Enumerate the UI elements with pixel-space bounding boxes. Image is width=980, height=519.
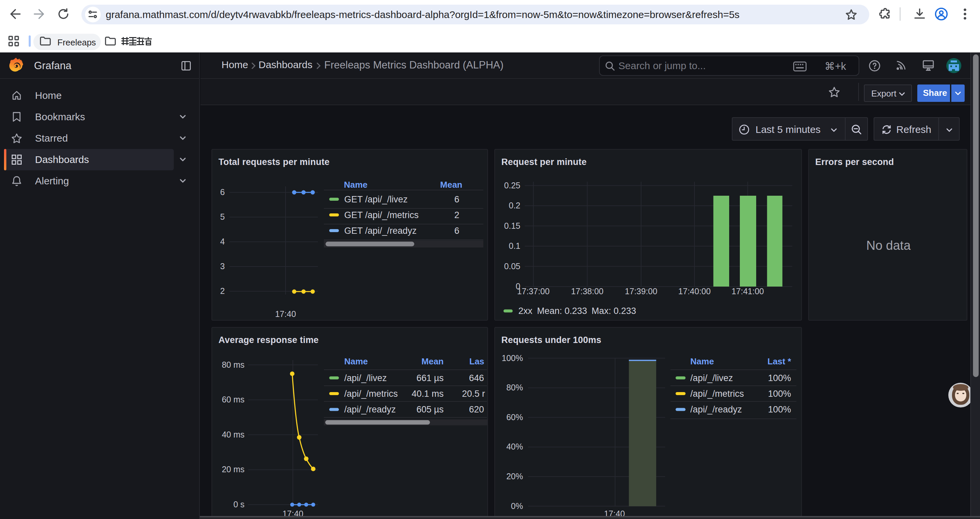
svg-text:5: 5 — [220, 212, 225, 222]
svg-text:20 ms: 20 ms — [222, 465, 245, 474]
svg-text:/api/_/livez: /api/_/livez — [690, 373, 733, 383]
svg-text:100%: 100% — [768, 389, 791, 399]
svg-text:40%: 40% — [506, 442, 523, 451]
svg-text:/api/_/livez: /api/_/livez — [344, 373, 387, 383]
svg-text:620: 620 — [469, 404, 484, 414]
svg-text:Name: Name — [690, 356, 714, 366]
svg-text:17:40: 17:40 — [275, 309, 296, 319]
svg-text:/api/_/readyz: /api/_/readyz — [344, 404, 396, 414]
svg-text:0.1: 0.1 — [509, 241, 520, 251]
svg-text:GET /api/_/livez: GET /api/_/livez — [344, 194, 407, 204]
svg-text:/api/_/metrics: /api/_/metrics — [690, 389, 744, 399]
svg-text:20.5 r: 20.5 r — [462, 389, 485, 399]
svg-text:80%: 80% — [506, 383, 523, 392]
svg-text:0.25: 0.25 — [504, 181, 520, 190]
svg-text:Name: Name — [344, 180, 368, 190]
svg-text:Mean: Mean — [440, 180, 462, 190]
svg-text:80 ms: 80 ms — [222, 360, 245, 369]
svg-text:0.05: 0.05 — [504, 262, 520, 271]
svg-text:17:40:00: 17:40:00 — [678, 287, 711, 296]
svg-text:17:41:00: 17:41:00 — [732, 287, 764, 296]
svg-text:6: 6 — [454, 194, 459, 204]
svg-text:40.1 ms: 40.1 ms — [412, 389, 444, 399]
svg-text:2: 2 — [220, 286, 225, 295]
svg-text:100%: 100% — [502, 353, 523, 363]
svg-text:17:38:00: 17:38:00 — [571, 287, 603, 296]
svg-text:20%: 20% — [506, 471, 523, 481]
svg-text:/api/_/metrics: /api/_/metrics — [344, 389, 398, 399]
svg-text:3: 3 — [220, 262, 225, 271]
svg-text:/api/_/readyz: /api/_/readyz — [690, 404, 742, 414]
svg-text:Name: Name — [344, 356, 368, 366]
svg-text:0%: 0% — [511, 501, 523, 511]
svg-text:0.15: 0.15 — [504, 221, 520, 230]
svg-text:661 µs: 661 µs — [416, 373, 444, 383]
svg-text:6: 6 — [220, 187, 225, 197]
svg-text:GET /api/_/readyz: GET /api/_/readyz — [344, 226, 417, 236]
svg-text:2xx: 2xx — [519, 306, 533, 316]
svg-text:60 ms: 60 ms — [222, 395, 245, 404]
svg-text:Las: Las — [469, 356, 484, 366]
svg-text:6: 6 — [454, 226, 459, 236]
svg-text:60%: 60% — [506, 412, 523, 422]
svg-text:17:39:00: 17:39:00 — [625, 287, 657, 296]
svg-text:605 µs: 605 µs — [416, 404, 444, 414]
svg-text:17:37:00: 17:37:00 — [517, 287, 549, 296]
svg-text:100%: 100% — [768, 373, 791, 383]
svg-text:Last *: Last * — [767, 356, 792, 366]
svg-text:Mean: 0.233: Mean: 0.233 — [537, 306, 587, 316]
svg-text:646: 646 — [469, 373, 484, 383]
svg-text:0 s: 0 s — [234, 500, 245, 509]
svg-text:Max: 0.233: Max: 0.233 — [592, 306, 636, 316]
svg-text:GET /api/_/metrics: GET /api/_/metrics — [344, 210, 418, 220]
svg-text:Mean: Mean — [422, 356, 444, 366]
svg-text:2: 2 — [454, 210, 459, 220]
svg-text:0.2: 0.2 — [509, 201, 520, 210]
svg-text:40 ms: 40 ms — [222, 430, 245, 439]
svg-text:100%: 100% — [768, 404, 791, 414]
svg-text:4: 4 — [220, 237, 225, 246]
